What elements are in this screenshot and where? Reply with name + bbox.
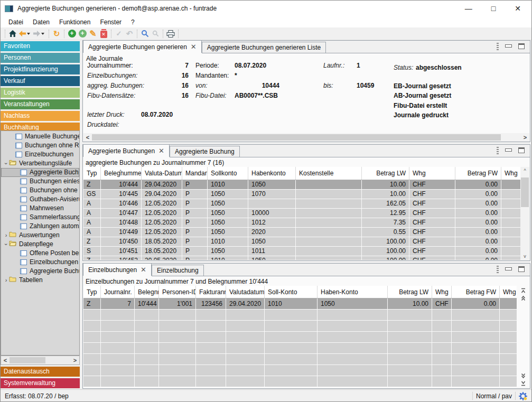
- collapse-icon[interactable]: ›: [2, 241, 11, 247]
- gear-icon[interactable]: [519, 392, 527, 400]
- menu-datei[interactable]: Datei: [4, 17, 28, 27]
- table-row[interactable]: Z710'4441'00112345629.04.20201010105010.…: [83, 298, 517, 310]
- menu-daten[interactable]: Daten: [28, 17, 54, 27]
- search-secondary-icon[interactable]: [150, 28, 161, 40]
- tab-aggregierte-buchungen-generieren-liste[interactable]: Aggregierte Buchungen generieren Liste: [202, 42, 326, 53]
- panel-options-icon[interactable]: [497, 266, 499, 273]
- menu-funktionen[interactable]: Funktionen: [54, 17, 95, 27]
- scroll-first-icon[interactable]: [519, 287, 527, 294]
- tree-item-manuelle-buchungen[interactable]: Manuelle Buchungen: [1, 132, 79, 141]
- table-row[interactable]: Z10'45220.05.2020P10101050100.00CHF0.00: [83, 256, 520, 260]
- expand-icon[interactable]: ›: [3, 276, 9, 285]
- tree-item-einzelbuchungen-be[interactable]: Einzelbuchungen be: [1, 258, 79, 267]
- sidebar-section-logistik[interactable]: Logistik: [1, 88, 80, 98]
- tree-item-tabellen[interactable]: ›Tabellen: [1, 276, 79, 285]
- column-header-valutadatum-5[interactable]: Valutadatum: [226, 286, 265, 298]
- sidebar-section-datenaustausch[interactable]: Datenaustausch: [1, 367, 80, 377]
- tree-item-mahnwesen[interactable]: Mahnwesen: [1, 204, 79, 213]
- table-row[interactable]: [83, 354, 517, 365]
- scrollbar-thumb[interactable]: [10, 357, 45, 363]
- forward-icon[interactable]: [32, 28, 46, 40]
- tree-item-buchungen-ohne-refe[interactable]: Buchungen ohne Refe: [1, 141, 79, 150]
- aggregated-vertical-scrollbar[interactable]: ^ v: [520, 167, 529, 260]
- column-header-whg-9[interactable]: Whg: [432, 286, 452, 298]
- edit-icon[interactable]: ✎: [88, 28, 98, 40]
- tree-item-zahlungen-automat[interactable]: Zahlungen automat: [1, 222, 79, 231]
- tree-item-verarbeitungsl-ufe[interactable]: ›Verarbeitungsläufe: [1, 159, 79, 168]
- column-header-whg-11[interactable]: Whg: [500, 286, 517, 298]
- page-down-icon[interactable]: [519, 372, 527, 379]
- print-icon[interactable]: [165, 28, 176, 40]
- sidebar-section-personen[interactable]: Personen: [1, 53, 80, 63]
- window-close-button[interactable]: ✕: [515, 1, 521, 16]
- tree-item-auswertungen[interactable]: ›Auswertungen: [1, 231, 79, 240]
- panel-options-icon[interactable]: [497, 43, 499, 50]
- table-row[interactable]: Z10'44429.04.2020P1010105010.00CHF0.00: [83, 180, 520, 190]
- panel-minimize-icon[interactable]: [505, 44, 512, 48]
- column-header-habenkonto-5[interactable]: Habenkonto: [248, 167, 296, 180]
- forward-dropdown-icon[interactable]: [41, 33, 44, 35]
- page-up-icon[interactable]: [519, 294, 527, 302]
- tab-aggregierte-buchungen-generieren[interactable]: Aggregierte Buchungen generieren ✕: [83, 40, 202, 53]
- tab-aggregierte-buchungen[interactable]: Aggregierte Buchungen ✕: [83, 144, 170, 157]
- scroll-left-icon[interactable]: <: [1, 357, 10, 363]
- tree-item-buchungen-einlese[interactable]: Buchungen einlese: [1, 177, 79, 186]
- column-header-belegnr-2[interactable]: Belegnr.: [135, 286, 159, 298]
- table-row[interactable]: A10'44812.05.2020P105010127.35CHF0.00: [83, 218, 520, 228]
- sidebar-horizontal-scrollbar[interactable]: < >: [1, 356, 80, 365]
- column-header-typ-0[interactable]: Typ: [83, 286, 101, 298]
- table-row[interactable]: A10'44612.05.2020P1050162.05CHF0.00: [83, 199, 520, 209]
- table-row[interactable]: Z10'45018.05.2020P10101050100.00CHF0.00: [83, 237, 520, 247]
- panel-options-icon[interactable]: [497, 147, 499, 154]
- column-header-journalnr-1[interactable]: Journalnr.: [101, 286, 135, 298]
- collapse-icon[interactable]: ›: [2, 161, 11, 166]
- sidebar-section-systemverwaltung[interactable]: Systemverwaltung: [1, 378, 80, 388]
- tab-aggregierte-buchung[interactable]: Aggregierte Buchung: [170, 146, 240, 157]
- column-header-betrag-lw-8[interactable]: Betrag LW: [388, 286, 432, 298]
- scroll-right-icon[interactable]: >: [521, 134, 529, 141]
- sidebar-section-projektfinanzierung[interactable]: Projektfinanzierung: [1, 64, 80, 74]
- table-row[interactable]: [83, 376, 517, 387]
- column-header-betrag-lw-7[interactable]: Betrag LW: [362, 167, 409, 180]
- column-header-whg-10[interactable]: Whg: [501, 167, 520, 180]
- close-tab-icon[interactable]: ✕: [158, 147, 164, 154]
- column-header-belegnummer-1[interactable]: Belegnummer^: [101, 167, 142, 180]
- column-header-betrag-fw-10[interactable]: Betrag FW: [452, 286, 500, 298]
- scroll-left-icon[interactable]: <: [83, 134, 92, 141]
- scrollbar-thumb[interactable]: [521, 177, 529, 207]
- menu-fenster[interactable]: Fenster: [95, 17, 126, 27]
- undo-icon[interactable]: ↶: [124, 28, 135, 40]
- table-row[interactable]: [83, 332, 517, 343]
- tree-item-guthaben-avisierur[interactable]: Guthaben-Avisierur: [1, 195, 79, 204]
- scroll-right-icon[interactable]: >: [71, 357, 79, 363]
- scroll-up-icon[interactable]: ^: [520, 167, 529, 174]
- panel-minimize-icon[interactable]: [505, 267, 512, 270]
- sidebar-section-verkauf[interactable]: Verkauf: [1, 76, 80, 86]
- tree-item-aggregierte-buchur[interactable]: Aggregierte Buchur: [1, 168, 79, 177]
- column-header-valuta-datum-2[interactable]: Valuta-Datum: [142, 167, 182, 180]
- search-icon[interactable]: [139, 28, 150, 40]
- close-tab-icon[interactable]: ✕: [141, 266, 146, 273]
- table-row[interactable]: [83, 321, 517, 332]
- tree-item-datenpflege[interactable]: ›Datenpflege: [1, 240, 79, 249]
- scroll-last-icon[interactable]: [519, 379, 527, 387]
- table-row[interactable]: A10'44712.05.2020P10501000012.95CHF0.00: [83, 209, 520, 218]
- home-icon[interactable]: [7, 28, 18, 40]
- confirm-icon[interactable]: ✓: [114, 28, 124, 40]
- sidebar-section-nachlass[interactable]: Nachlass: [1, 111, 80, 121]
- tree-item-sammelerfassung-s[interactable]: Sammelerfassung S: [1, 213, 79, 222]
- panel-maximize-icon[interactable]: [518, 266, 525, 272]
- back-icon[interactable]: [18, 28, 32, 40]
- panel-maximize-icon[interactable]: [518, 147, 525, 153]
- table-row[interactable]: A10'44912.05.2020P105020200.55CHF0.00: [83, 228, 520, 237]
- column-header-typ-0[interactable]: Typ: [83, 167, 101, 180]
- column-header-kostenstelle-6[interactable]: Kostenstelle: [296, 167, 362, 180]
- table-row[interactable]: GS10'44529.04.2020P1050107010.00CHF0.00: [83, 190, 520, 199]
- scroll-down-icon[interactable]: v: [520, 253, 529, 260]
- panel-minimize-icon[interactable]: [505, 148, 512, 152]
- column-header-soll-konto-6[interactable]: Soll-Konto: [265, 286, 318, 298]
- column-header-sollkonto-4[interactable]: Sollkonto: [208, 167, 248, 180]
- delete-icon[interactable]: ✕: [98, 28, 109, 40]
- tree-item-offene-posten-bere[interactable]: Offene Posten bere: [1, 249, 79, 258]
- close-tab-icon[interactable]: ✕: [191, 43, 197, 50]
